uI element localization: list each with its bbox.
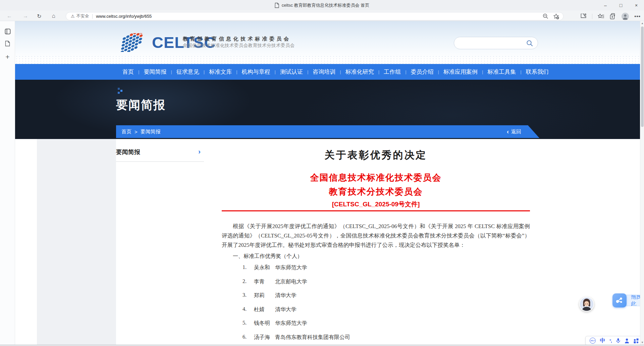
section-heading: 一、标准工作优秀奖（个人） <box>233 253 303 260</box>
extensions-icon[interactable] <box>580 13 587 19</box>
ime-punctuation-toggle[interactable]: °, <box>609 338 612 343</box>
refresh-button[interactable]: ↻ <box>35 12 43 20</box>
ime-language-toggle[interactable]: 中 <box>600 337 605 344</box>
nav-item-tools[interactable]: 标准工具集 <box>487 68 516 76</box>
main-nav: 首页| 要闻简报| 征求意见| 标准文库| 机构与章程| 测试认证| 咨询培训|… <box>15 64 640 80</box>
nav-item-home[interactable]: 首页 <box>122 68 134 76</box>
logo-dots-icon <box>115 33 150 52</box>
awardee-org: 清华大学 <box>275 292 297 306</box>
awardee-org: 北京邮电大学 <box>275 278 307 292</box>
close-button[interactable]: × <box>629 0 644 10</box>
awardee-list: 1.吴永和华东师范大学 2.李青北京邮电大学 3.郑莉清华大学 4.杜婧清华大学… <box>243 264 350 345</box>
header-dot-pattern <box>15 55 640 64</box>
edge-sidebar-strip: + <box>0 21 15 345</box>
document-icon <box>275 3 279 8</box>
nav-separator: | <box>171 69 172 74</box>
list-item: 6.汤子海青岛伟东教育科技集团有限公司 <box>243 334 350 345</box>
new-tab-button[interactable]: + <box>3 52 12 62</box>
back-link[interactable]: ‹ 返回 <box>507 125 521 138</box>
search-input[interactable] <box>454 37 538 49</box>
awardee-name: 钱冬明 <box>254 320 275 334</box>
nav-item-training[interactable]: 咨询培训 <box>313 68 335 76</box>
security-label: 不安全 <box>76 13 89 19</box>
microphone-icon[interactable] <box>616 338 621 343</box>
toolbar-separator <box>592 14 592 19</box>
nav-item-standards[interactable]: 标准文库 <box>209 68 232 76</box>
item-number: 4. <box>243 306 254 320</box>
window-controls: – □ × <box>598 0 644 10</box>
scroll-down-arrow[interactable]: ▼ <box>640 340 644 345</box>
more-menu-button[interactable]: ••• <box>634 13 641 19</box>
breadcrumb-home[interactable]: 首页 <box>121 129 131 135</box>
nav-item-comments[interactable]: 征求意见 <box>176 68 199 76</box>
ime-panel-grid-icon[interactable] <box>634 338 639 343</box>
sidebar-item-news[interactable]: 要闻简报 <box>116 148 140 156</box>
toolbar-right: ••• <box>580 12 641 20</box>
nav-separator: | <box>204 69 205 74</box>
assistant-avatar[interactable] <box>579 297 594 312</box>
nav-separator: | <box>438 69 439 74</box>
nav-item-members[interactable]: 委员介绍 <box>411 68 434 76</box>
url-text: www.celtsc.org/info/ywjb/655 <box>96 14 152 19</box>
home-button[interactable]: ⌂ <box>50 12 58 20</box>
nav-separator: | <box>138 69 139 74</box>
address-bar[interactable]: ⚠ 不安全 www.celtsc.org/info/ywjb/655 <box>66 12 564 20</box>
page-tab-button[interactable] <box>3 39 12 48</box>
document-number: [CELTSC_GL_2025-09号文件] <box>222 200 530 209</box>
titlebar: celtsc 教育部教育信息化技术标准委员会 首页 – □ × <box>0 0 644 10</box>
awardee-name: 汤子海 <box>254 334 275 345</box>
content-area: 要闻简报 › 关于表彰优秀的决定 全国信息技术标准化技术委员会 教育技术分技术委… <box>15 139 640 345</box>
warning-icon: ⚠ <box>71 14 75 19</box>
add-favorite-icon[interactable] <box>553 13 559 19</box>
chevron-right-icon[interactable]: › <box>198 147 201 155</box>
list-item: 2.李青北京邮电大学 <box>243 278 350 292</box>
maximize-button[interactable]: □ <box>613 0 629 10</box>
awardee-name: 李青 <box>254 278 275 292</box>
scrollbar[interactable]: ▲ ▼ <box>640 21 644 345</box>
profile-avatar[interactable] <box>622 13 629 20</box>
breadcrumb: 首页 > 要闻简报 <box>121 125 161 138</box>
collections-icon[interactable] <box>610 13 616 19</box>
favorites-icon[interactable] <box>598 13 604 19</box>
nav-separator: | <box>405 69 406 74</box>
scroll-up-arrow[interactable]: ▲ <box>640 21 644 26</box>
search-icon[interactable] <box>526 40 533 47</box>
nav-separator: | <box>378 69 379 74</box>
nav-item-testing[interactable]: 测试认证 <box>280 68 303 76</box>
breadcrumb-separator-icon: > <box>135 129 138 135</box>
tab-actions-button[interactable] <box>3 26 12 36</box>
minimize-button[interactable]: – <box>598 0 613 10</box>
awardee-org: 华东师范大学 <box>275 264 307 278</box>
red-divider <box>222 210 530 211</box>
nav-item-research[interactable]: 标准化研究 <box>345 68 374 76</box>
item-number: 3. <box>243 292 254 306</box>
list-item: 4.杜婧清华大学 <box>243 306 350 320</box>
forward-button[interactable]: → <box>21 12 30 20</box>
red-heading-line2: 教育技术分技术委员会 <box>222 186 530 198</box>
scrollbar-thumb[interactable] <box>641 26 644 127</box>
red-heading-line1: 全国信息技术标准化技术委员会 <box>222 172 530 184</box>
nav-item-charter[interactable]: 机构与章程 <box>242 68 270 76</box>
page-banner: 要闻简报 首页 > 要闻简报 ‹ 返回 <box>15 80 640 139</box>
nav-item-cases[interactable]: 标准应用案例 <box>443 68 478 76</box>
browser-window: celtsc 教育部教育信息化技术标准委员会 首页 – □ × ← → ↻ ⌂ … <box>0 0 644 346</box>
zoom-out-icon[interactable] <box>543 13 548 19</box>
ime-logo-icon[interactable]: iFLY <box>590 338 596 344</box>
list-item: 1.吴永和华东师范大学 <box>243 264 350 278</box>
nav-item-workgroup[interactable]: 工作组 <box>384 68 401 76</box>
breadcrumb-bar: 首页 > 要闻简报 ‹ 返回 <box>116 125 541 138</box>
sidebar-divider <box>116 161 204 162</box>
security-badge[interactable]: ⚠ 不安全 <box>71 13 89 19</box>
nav-separator: | <box>275 69 276 74</box>
item-number: 2. <box>243 278 254 292</box>
nav-item-contact[interactable]: 联系我们 <box>526 68 549 76</box>
list-item: 5.钱冬明华东师范大学 <box>243 320 350 334</box>
netdisk-icon[interactable] <box>612 293 627 307</box>
nav-separator: | <box>307 69 308 74</box>
nav-item-news[interactable]: 要闻简报 <box>144 68 166 76</box>
user-icon[interactable] <box>625 338 629 343</box>
back-button[interactable]: ← <box>5 12 13 20</box>
item-number: 6. <box>243 334 254 345</box>
awardee-org: 青岛伟东教育科技集团有限公司 <box>275 334 350 345</box>
list-item: 3.郑莉清华大学 <box>243 292 350 306</box>
